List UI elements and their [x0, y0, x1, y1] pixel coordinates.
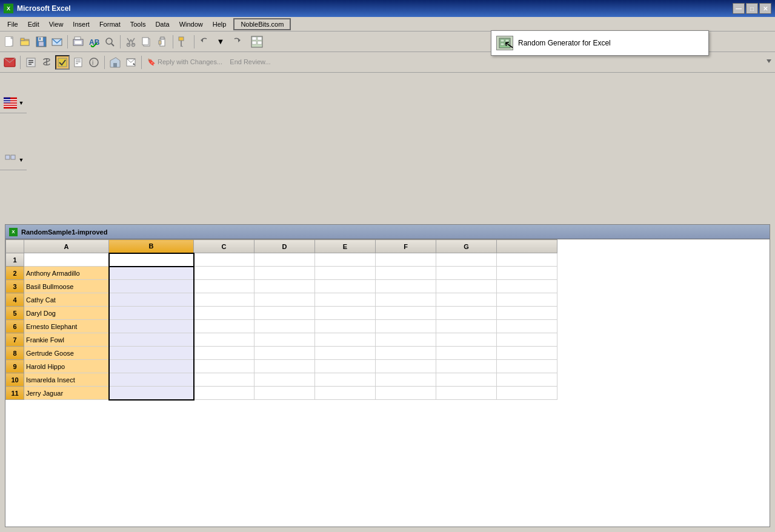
cell-f1[interactable]: [376, 253, 436, 267]
row-num-11[interactable]: 11: [6, 387, 24, 400]
tb2-active-btn[interactable]: [55, 55, 70, 70]
cell-c8[interactable]: [194, 347, 254, 360]
menu-data[interactable]: Data: [150, 19, 174, 29]
draw-btn1[interactable]: [3, 153, 18, 167]
menu-view[interactable]: View: [44, 19, 68, 29]
save-button[interactable]: [34, 35, 48, 49]
cell-h3[interactable]: [497, 280, 557, 293]
close-button[interactable]: ✕: [759, 3, 771, 14]
cell-a9[interactable]: Harold Hippo: [24, 360, 109, 373]
cell-e8[interactable]: [315, 347, 376, 360]
col-header-b[interactable]: B: [109, 240, 194, 253]
cell-f8[interactable]: [376, 347, 436, 360]
col-header-more[interactable]: [497, 240, 557, 253]
open-button[interactable]: [18, 35, 33, 49]
cell-h6[interactable]: [497, 320, 557, 333]
cell-d2[interactable]: [254, 267, 315, 280]
cell-h2[interactable]: [497, 267, 557, 280]
cell-d6[interactable]: [254, 320, 315, 333]
cell-g10[interactable]: [436, 373, 497, 387]
menu-help[interactable]: Help: [208, 19, 231, 29]
cell-f4[interactable]: [376, 293, 436, 307]
cell-b1[interactable]: [109, 253, 194, 267]
row-num-1[interactable]: 1: [6, 253, 24, 267]
col-header-f[interactable]: F: [376, 240, 436, 253]
cell-h8[interactable]: [497, 347, 557, 360]
cell-c5[interactable]: [194, 307, 254, 320]
cell-g7[interactable]: [436, 333, 497, 347]
cell-a1[interactable]: [24, 253, 109, 267]
cell-b2[interactable]: [109, 267, 194, 280]
cell-c11[interactable]: [194, 387, 254, 400]
tb2-btn2[interactable]: [39, 55, 54, 70]
email-button[interactable]: [50, 35, 64, 49]
cell-f11[interactable]: [376, 387, 436, 400]
cell-a8[interactable]: Gertrude Goose: [24, 347, 109, 360]
cell-f2[interactable]: [376, 267, 436, 280]
menu-noblebits[interactable]: NobleBits.com: [233, 18, 291, 30]
cell-d10[interactable]: [254, 373, 315, 387]
new-button[interactable]: [2, 35, 17, 49]
cell-f3[interactable]: [376, 280, 436, 293]
row-num-10[interactable]: 10: [6, 373, 24, 387]
cell-e4[interactable]: [315, 293, 376, 307]
cell-c10[interactable]: [194, 373, 254, 387]
reply-with-changes[interactable]: 🔖 Reply with Changes... End Review...: [147, 58, 271, 66]
print-preview-button[interactable]: [71, 35, 85, 49]
cell-f6[interactable]: [376, 320, 436, 333]
tb2-btn4[interactable]: i: [87, 55, 101, 70]
cell-c4[interactable]: [194, 293, 254, 307]
cell-g8[interactable]: [436, 347, 497, 360]
noblebits-toolbar-icon[interactable]: [250, 35, 264, 49]
cell-b4[interactable]: [109, 293, 194, 307]
cell-g6[interactable]: [436, 320, 497, 333]
cell-h5[interactable]: [497, 307, 557, 320]
col-header-c[interactable]: C: [194, 240, 254, 253]
cell-c3[interactable]: [194, 280, 254, 293]
spellcheck-button[interactable]: ABC: [87, 35, 101, 49]
cell-c6[interactable]: [194, 320, 254, 333]
cell-a4[interactable]: Cathy Cat: [24, 293, 109, 307]
us-icon-button[interactable]: [3, 96, 18, 110]
row-num-9[interactable]: 9: [6, 360, 24, 373]
email-envelope-button[interactable]: [2, 55, 17, 70]
cell-d5[interactable]: [254, 307, 315, 320]
menu-insert[interactable]: Insert: [68, 19, 95, 29]
cell-f7[interactable]: [376, 333, 436, 347]
format-painter-button[interactable]: [176, 35, 191, 49]
cell-g1[interactable]: [436, 253, 497, 267]
cell-h7[interactable]: [497, 333, 557, 347]
cell-b10[interactable]: [109, 373, 194, 387]
cell-d4[interactable]: [254, 293, 315, 307]
paste-button[interactable]: [155, 35, 170, 49]
tb2-btn6[interactable]: [124, 55, 138, 70]
cell-b5[interactable]: [109, 307, 194, 320]
row-num-4[interactable]: 4: [6, 293, 24, 307]
cell-a6[interactable]: Ernesto Elephant: [24, 320, 109, 333]
cell-g3[interactable]: [436, 280, 497, 293]
tb2-btn3[interactable]: [71, 55, 85, 70]
cell-a10[interactable]: Ismarelda Insect: [24, 373, 109, 387]
cell-a2[interactable]: Anthony Armadillo: [24, 267, 109, 280]
row-num-6[interactable]: 6: [6, 320, 24, 333]
cell-b8[interactable]: [109, 347, 194, 360]
menu-file[interactable]: File: [2, 19, 23, 29]
tb2-btn5[interactable]: [108, 55, 122, 70]
col-header-e[interactable]: E: [315, 240, 376, 253]
menu-format[interactable]: Format: [95, 19, 125, 29]
cell-e9[interactable]: [315, 360, 376, 373]
cell-b11[interactable]: [109, 387, 194, 400]
cell-a7[interactable]: Frankie Fowl: [24, 333, 109, 347]
cell-g11[interactable]: [436, 387, 497, 400]
col-header-g[interactable]: G: [436, 240, 497, 253]
cell-e1[interactable]: [315, 253, 376, 267]
undo-dropdown[interactable]: ▼: [213, 35, 228, 49]
random-generator-menu-item[interactable]: Random Generator for Excel: [491, 33, 708, 53]
col-header-a[interactable]: A: [24, 240, 109, 253]
minimize-button[interactable]: —: [733, 3, 745, 14]
row-num-3[interactable]: 3: [6, 280, 24, 293]
cell-g4[interactable]: [436, 293, 497, 307]
cell-c7[interactable]: [194, 333, 254, 347]
copy-button[interactable]: [139, 35, 154, 49]
cell-f9[interactable]: [376, 360, 436, 373]
